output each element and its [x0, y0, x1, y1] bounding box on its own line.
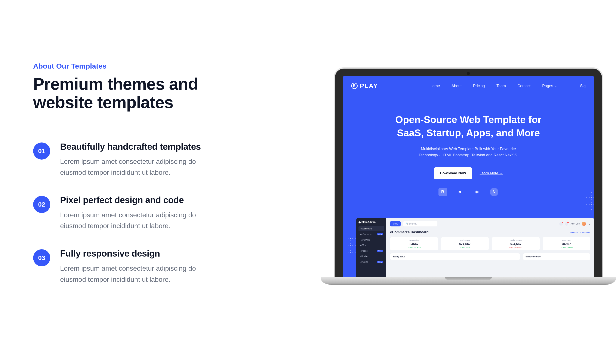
tech-icons: B ≈ ⚛ N	[343, 188, 594, 196]
dashboard-sidebar: PlainAdmin ▸ Dashboard▸ eCommerceNew▸ An…	[356, 218, 386, 278]
feature-title: Beautifully handcrafted templates	[60, 142, 282, 152]
camera-icon	[467, 72, 470, 75]
notification-icon[interactable]	[559, 222, 563, 226]
mockup-topnav: B PLAY Home About Pricing Team Contact	[343, 76, 594, 90]
feature-title: Pixel perfect design and code	[60, 195, 282, 205]
mockup-hero: Open-Source Web Template for SaaS, Start…	[343, 90, 594, 196]
avatar[interactable]	[582, 222, 586, 226]
menu-button[interactable]: Menu	[390, 221, 401, 226]
breadcrumb: Dashboard / eCommerce	[569, 232, 590, 234]
nav-pricing[interactable]: Pricing	[473, 84, 485, 88]
mockup-logo: B PLAY	[351, 82, 378, 90]
yearly-stats-card: Yearly Stats	[390, 253, 520, 260]
learn-more-link[interactable]: Learn More →	[480, 171, 503, 175]
nav-pages[interactable]: Pages ⌄	[542, 84, 557, 88]
chevron-down-icon: ⌄	[555, 84, 557, 87]
sidebar-item[interactable]: ▸ Analytics	[358, 237, 384, 242]
stat-card: New User34567+3.58% Earning	[543, 237, 590, 250]
stat-card: New Orders34567+3.58% (30 days)	[390, 237, 438, 250]
hero-title: Open-Source Web Template for SaaS, Start…	[343, 113, 594, 140]
stat-card: Total Expense$24,567-2.05% Expense	[492, 237, 540, 250]
hero-subtitle: Multidisciplinary Web Template Built wit…	[343, 146, 594, 158]
message-icon[interactable]	[565, 222, 568, 226]
sales-revenue-card: Sales/Revenue	[523, 253, 590, 260]
tailwind-icon: ≈	[456, 188, 464, 196]
dashboard-title: eCommerce Dashboard Dashboard / eCommerc…	[390, 230, 590, 234]
nav-team[interactable]: Team	[496, 84, 506, 88]
sidebar-item[interactable]: ▸ PagesNew	[358, 248, 384, 253]
content-left: About Our Templates Premium themes and w…	[0, 62, 282, 302]
decoration-dots	[586, 192, 594, 211]
laptop-mockup: B PLAY Home About Pricing Team Contact	[321, 67, 616, 285]
user-menu[interactable]: John Doe ⌄	[559, 222, 590, 226]
feature-item: 03 Fully responsive design Lorem ipsum a…	[33, 248, 282, 285]
feature-item: 01 Beautifully handcrafted templates Lor…	[33, 142, 282, 178]
feature-title: Fully responsive design	[60, 248, 282, 259]
dashboard-main: Menu 🔍 Search... John Doe ⌄	[386, 218, 594, 278]
laptop-notch	[445, 277, 492, 280]
dashboard-mockup: PlainAdmin ▸ Dashboard▸ eCommerceNew▸ An…	[356, 218, 594, 278]
feature-number-badge: 01	[33, 143, 50, 160]
feature-description: Lorem ipsum amet consectetur adipiscing …	[60, 156, 214, 178]
sidebar-item[interactable]: ▸ Profile	[358, 254, 384, 259]
download-button[interactable]: Download Now	[434, 167, 472, 179]
nav-contact[interactable]: Contact	[517, 84, 531, 88]
feature-description: Lorem ipsum amet consectetur adipiscing …	[60, 209, 214, 231]
feature-item: 02 Pixel perfect design and code Lorem i…	[33, 195, 282, 231]
feature-number-badge: 03	[33, 249, 50, 266]
sidebar-item[interactable]: ▸ InvoiceNew	[358, 260, 384, 264]
feature-number-badge: 02	[33, 196, 50, 213]
sidebar-item[interactable]: ▸ CRM	[358, 243, 384, 248]
logo-icon: B	[351, 83, 358, 89]
sidebar-item[interactable]: ▸ Dashboard	[358, 226, 384, 231]
react-icon: ⚛	[473, 188, 481, 196]
section-subtitle: About Our Templates	[33, 62, 282, 70]
nextjs-icon: N	[490, 188, 498, 196]
stat-card: Total Income$74,567+5.03% Intake	[441, 237, 489, 250]
bootstrap-icon: B	[438, 188, 447, 196]
nav-home[interactable]: Home	[430, 84, 440, 88]
dashboard-logo: PlainAdmin	[358, 221, 384, 224]
sidebar-item[interactable]: ▸ eCommerceNew	[358, 232, 384, 237]
nav-about[interactable]: About	[452, 84, 462, 88]
section-title: Premium themes and website templates	[33, 75, 282, 112]
chevron-down-icon: ⌄	[588, 222, 590, 225]
laptop-base	[321, 277, 616, 285]
nav-signin[interactable]: Sig	[580, 84, 586, 88]
search-input[interactable]: 🔍 Search...	[403, 221, 438, 226]
feature-description: Lorem ipsum amet consectetur adipiscing …	[60, 263, 214, 285]
mockup-screen: B PLAY Home About Pricing Team Contact	[343, 76, 594, 278]
